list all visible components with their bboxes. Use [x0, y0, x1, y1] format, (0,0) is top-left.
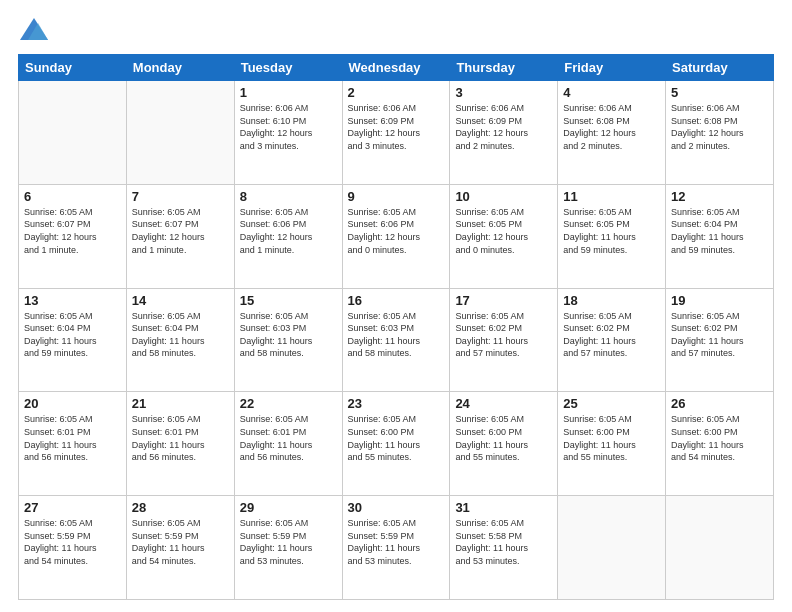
- day-info: Sunrise: 6:05 AM Sunset: 6:02 PM Dayligh…: [563, 310, 660, 360]
- day-number: 9: [348, 189, 445, 204]
- weekday-header: Sunday: [19, 55, 127, 81]
- calendar-week-row: 1Sunrise: 6:06 AM Sunset: 6:10 PM Daylig…: [19, 81, 774, 185]
- calendar-cell: 3Sunrise: 6:06 AM Sunset: 6:09 PM Daylig…: [450, 81, 558, 185]
- page: SundayMondayTuesdayWednesdayThursdayFrid…: [0, 0, 792, 612]
- day-number: 19: [671, 293, 768, 308]
- calendar-week-row: 6Sunrise: 6:05 AM Sunset: 6:07 PM Daylig…: [19, 184, 774, 288]
- day-number: 3: [455, 85, 552, 100]
- day-number: 29: [240, 500, 337, 515]
- day-number: 20: [24, 396, 121, 411]
- calendar-cell: 27Sunrise: 6:05 AM Sunset: 5:59 PM Dayli…: [19, 496, 127, 600]
- calendar-week-row: 20Sunrise: 6:05 AM Sunset: 6:01 PM Dayli…: [19, 392, 774, 496]
- calendar-cell: 29Sunrise: 6:05 AM Sunset: 5:59 PM Dayli…: [234, 496, 342, 600]
- day-info: Sunrise: 6:05 AM Sunset: 6:00 PM Dayligh…: [348, 413, 445, 463]
- calendar-week-row: 13Sunrise: 6:05 AM Sunset: 6:04 PM Dayli…: [19, 288, 774, 392]
- calendar-cell: 30Sunrise: 6:05 AM Sunset: 5:59 PM Dayli…: [342, 496, 450, 600]
- calendar-cell: 6Sunrise: 6:05 AM Sunset: 6:07 PM Daylig…: [19, 184, 127, 288]
- day-info: Sunrise: 6:05 AM Sunset: 5:59 PM Dayligh…: [24, 517, 121, 567]
- day-number: 15: [240, 293, 337, 308]
- day-info: Sunrise: 6:05 AM Sunset: 6:04 PM Dayligh…: [671, 206, 768, 256]
- logo-text: [18, 18, 48, 44]
- logo-icon: [20, 18, 48, 40]
- weekday-header-row: SundayMondayTuesdayWednesdayThursdayFrid…: [19, 55, 774, 81]
- day-number: 24: [455, 396, 552, 411]
- day-number: 27: [24, 500, 121, 515]
- day-info: Sunrise: 6:05 AM Sunset: 5:59 PM Dayligh…: [240, 517, 337, 567]
- day-info: Sunrise: 6:05 AM Sunset: 6:06 PM Dayligh…: [348, 206, 445, 256]
- day-number: 31: [455, 500, 552, 515]
- day-info: Sunrise: 6:05 AM Sunset: 6:03 PM Dayligh…: [240, 310, 337, 360]
- calendar-cell: 14Sunrise: 6:05 AM Sunset: 6:04 PM Dayli…: [126, 288, 234, 392]
- calendar-cell: 23Sunrise: 6:05 AM Sunset: 6:00 PM Dayli…: [342, 392, 450, 496]
- day-number: 25: [563, 396, 660, 411]
- day-info: Sunrise: 6:05 AM Sunset: 6:03 PM Dayligh…: [348, 310, 445, 360]
- day-number: 1: [240, 85, 337, 100]
- day-info: Sunrise: 6:05 AM Sunset: 6:05 PM Dayligh…: [455, 206, 552, 256]
- day-number: 11: [563, 189, 660, 204]
- calendar-cell: 10Sunrise: 6:05 AM Sunset: 6:05 PM Dayli…: [450, 184, 558, 288]
- weekday-header: Tuesday: [234, 55, 342, 81]
- day-number: 12: [671, 189, 768, 204]
- day-info: Sunrise: 6:05 AM Sunset: 6:07 PM Dayligh…: [24, 206, 121, 256]
- day-info: Sunrise: 6:06 AM Sunset: 6:08 PM Dayligh…: [563, 102, 660, 152]
- day-number: 8: [240, 189, 337, 204]
- weekday-header: Wednesday: [342, 55, 450, 81]
- calendar-cell: 25Sunrise: 6:05 AM Sunset: 6:00 PM Dayli…: [558, 392, 666, 496]
- day-number: 21: [132, 396, 229, 411]
- calendar-cell: 9Sunrise: 6:05 AM Sunset: 6:06 PM Daylig…: [342, 184, 450, 288]
- day-info: Sunrise: 6:06 AM Sunset: 6:08 PM Dayligh…: [671, 102, 768, 152]
- calendar-cell: 11Sunrise: 6:05 AM Sunset: 6:05 PM Dayli…: [558, 184, 666, 288]
- day-info: Sunrise: 6:05 AM Sunset: 6:01 PM Dayligh…: [132, 413, 229, 463]
- day-info: Sunrise: 6:06 AM Sunset: 6:10 PM Dayligh…: [240, 102, 337, 152]
- day-info: Sunrise: 6:05 AM Sunset: 6:00 PM Dayligh…: [563, 413, 660, 463]
- day-number: 14: [132, 293, 229, 308]
- calendar-cell: [19, 81, 127, 185]
- day-number: 10: [455, 189, 552, 204]
- calendar-table: SundayMondayTuesdayWednesdayThursdayFrid…: [18, 54, 774, 600]
- calendar-cell: 22Sunrise: 6:05 AM Sunset: 6:01 PM Dayli…: [234, 392, 342, 496]
- calendar-cell: 18Sunrise: 6:05 AM Sunset: 6:02 PM Dayli…: [558, 288, 666, 392]
- day-info: Sunrise: 6:05 AM Sunset: 6:04 PM Dayligh…: [24, 310, 121, 360]
- day-info: Sunrise: 6:05 AM Sunset: 6:06 PM Dayligh…: [240, 206, 337, 256]
- day-number: 4: [563, 85, 660, 100]
- day-number: 13: [24, 293, 121, 308]
- calendar-cell: 16Sunrise: 6:05 AM Sunset: 6:03 PM Dayli…: [342, 288, 450, 392]
- calendar-cell: 28Sunrise: 6:05 AM Sunset: 5:59 PM Dayli…: [126, 496, 234, 600]
- calendar-cell: 19Sunrise: 6:05 AM Sunset: 6:02 PM Dayli…: [666, 288, 774, 392]
- day-info: Sunrise: 6:05 AM Sunset: 6:02 PM Dayligh…: [455, 310, 552, 360]
- day-number: 5: [671, 85, 768, 100]
- day-info: Sunrise: 6:05 AM Sunset: 5:58 PM Dayligh…: [455, 517, 552, 567]
- calendar-cell: 7Sunrise: 6:05 AM Sunset: 6:07 PM Daylig…: [126, 184, 234, 288]
- weekday-header: Saturday: [666, 55, 774, 81]
- day-number: 22: [240, 396, 337, 411]
- day-number: 18: [563, 293, 660, 308]
- calendar-cell: [666, 496, 774, 600]
- day-number: 2: [348, 85, 445, 100]
- day-info: Sunrise: 6:05 AM Sunset: 6:00 PM Dayligh…: [455, 413, 552, 463]
- weekday-header: Monday: [126, 55, 234, 81]
- day-number: 30: [348, 500, 445, 515]
- weekday-header: Thursday: [450, 55, 558, 81]
- calendar-cell: [126, 81, 234, 185]
- day-info: Sunrise: 6:05 AM Sunset: 6:00 PM Dayligh…: [671, 413, 768, 463]
- day-info: Sunrise: 6:06 AM Sunset: 6:09 PM Dayligh…: [455, 102, 552, 152]
- day-info: Sunrise: 6:06 AM Sunset: 6:09 PM Dayligh…: [348, 102, 445, 152]
- header: [18, 18, 774, 44]
- calendar-cell: 12Sunrise: 6:05 AM Sunset: 6:04 PM Dayli…: [666, 184, 774, 288]
- day-info: Sunrise: 6:05 AM Sunset: 6:02 PM Dayligh…: [671, 310, 768, 360]
- calendar-cell: 2Sunrise: 6:06 AM Sunset: 6:09 PM Daylig…: [342, 81, 450, 185]
- day-info: Sunrise: 6:05 AM Sunset: 6:05 PM Dayligh…: [563, 206, 660, 256]
- calendar-cell: 13Sunrise: 6:05 AM Sunset: 6:04 PM Dayli…: [19, 288, 127, 392]
- day-info: Sunrise: 6:05 AM Sunset: 5:59 PM Dayligh…: [132, 517, 229, 567]
- day-number: 16: [348, 293, 445, 308]
- calendar-cell: 5Sunrise: 6:06 AM Sunset: 6:08 PM Daylig…: [666, 81, 774, 185]
- day-info: Sunrise: 6:05 AM Sunset: 6:01 PM Dayligh…: [24, 413, 121, 463]
- calendar-cell: 1Sunrise: 6:06 AM Sunset: 6:10 PM Daylig…: [234, 81, 342, 185]
- day-info: Sunrise: 6:05 AM Sunset: 6:01 PM Dayligh…: [240, 413, 337, 463]
- day-info: Sunrise: 6:05 AM Sunset: 6:04 PM Dayligh…: [132, 310, 229, 360]
- day-info: Sunrise: 6:05 AM Sunset: 6:07 PM Dayligh…: [132, 206, 229, 256]
- day-number: 23: [348, 396, 445, 411]
- calendar-cell: 17Sunrise: 6:05 AM Sunset: 6:02 PM Dayli…: [450, 288, 558, 392]
- day-info: Sunrise: 6:05 AM Sunset: 5:59 PM Dayligh…: [348, 517, 445, 567]
- calendar-cell: 21Sunrise: 6:05 AM Sunset: 6:01 PM Dayli…: [126, 392, 234, 496]
